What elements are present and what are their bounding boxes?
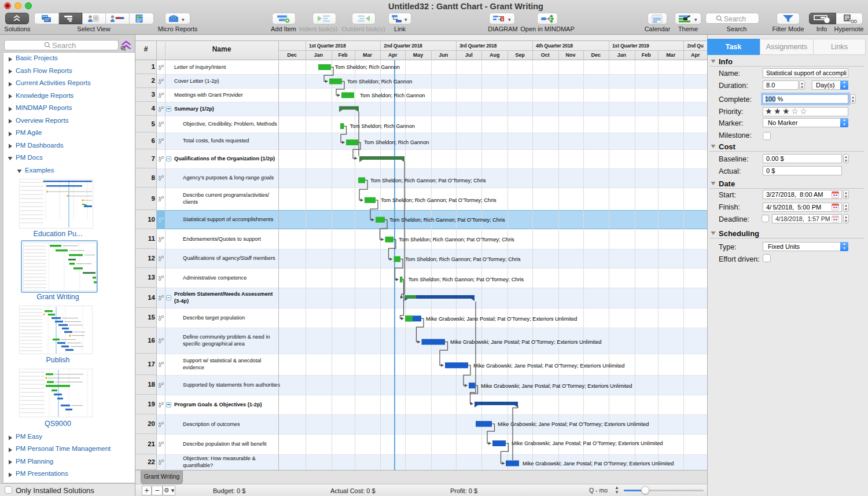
svg-text:Tom Sheldon; Rich Gannon: Tom Sheldon; Rich Gannon	[347, 79, 412, 84]
svg-text:Mike Grabowski; Jane Postal; P: Mike Grabowski; Jane Postal; Pat O’Torme…	[523, 461, 674, 466]
svg-text:Tom Sheldon; Rich Gannon: Tom Sheldon; Rich Gannon	[360, 93, 425, 98]
svg-text:Mike Grabowski; Jane Postal; P: Mike Grabowski; Jane Postal; Pat O’Torme…	[512, 440, 663, 446]
svg-text:Mike Grabowski; Jane Postal; P: Mike Grabowski; Jane Postal; Pat O’Torme…	[450, 339, 601, 345]
svg-text:Tom Sheldon; Rich Gannon; Pat: Tom Sheldon; Rich Gannon; Pat O’Tormey; …	[405, 256, 521, 262]
svg-text:Tom Sheldon; Rich Gannon: Tom Sheldon; Rich Gannon	[364, 139, 429, 145]
svg-text:Mike Grabowski; Jane Postal; P: Mike Grabowski; Jane Postal; Pat O’Torme…	[481, 383, 632, 389]
svg-text:Mike Grabowski; Jane Postal; P: Mike Grabowski; Jane Postal; Pat O’Torme…	[473, 363, 624, 369]
svg-text:Tom Sheldon; Rich Gannon; Pat: Tom Sheldon; Rich Gannon; Pat O’Tormey; …	[409, 277, 524, 282]
svg-text:Tom Sheldon; Rich Gannon; Pat: Tom Sheldon; Rich Gannon; Pat O’Tormey; …	[389, 217, 505, 223]
svg-text:Mike Grabowski; Jane Postal; P: Mike Grabowski; Jane Postal; Pat O’Torme…	[426, 316, 577, 322]
svg-text:Mike Grabowski; Jane Postal; P: Mike Grabowski; Jane Postal; Pat O’Torme…	[498, 421, 649, 427]
svg-text:Tom Sheldon; Rich Gannon; Pat: Tom Sheldon; Rich Gannon; Pat O’Tormey; …	[399, 237, 514, 243]
svg-text:Tom Sheldon; Rich Gannon: Tom Sheldon; Rich Gannon	[335, 64, 400, 70]
svg-text:Tom Sheldon; Rich Gannon; Pat: Tom Sheldon; Rich Gannon; Pat O’Tormey; …	[381, 197, 496, 203]
svg-text:Tom Sheldon; Rich Gannon; Pat: Tom Sheldon; Rich Gannon; Pat O’Tormey; …	[370, 178, 486, 183]
svg-text:Tom Sheldon; Rich Gannon: Tom Sheldon; Rich Gannon	[350, 123, 415, 129]
